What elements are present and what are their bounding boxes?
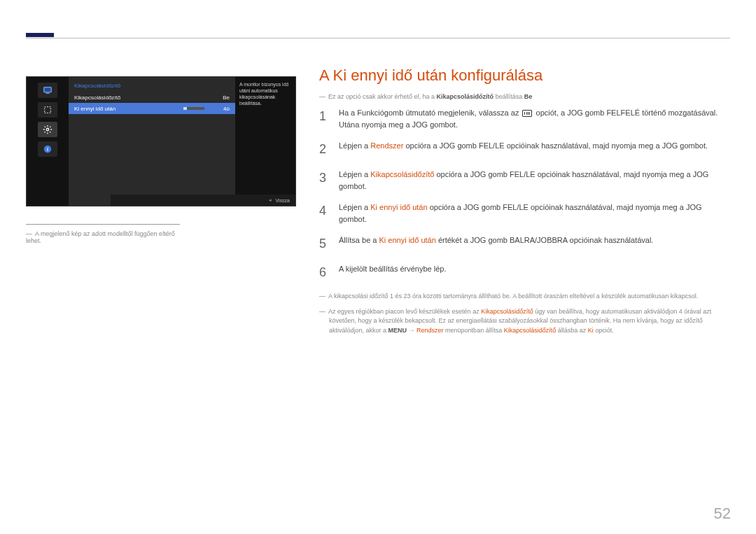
page-number: 52 (714, 505, 731, 523)
step-text: Állítsa be a Ki ennyi idő után értékét a… (339, 234, 653, 253)
step-text: Ha a Funkciógomb útmutató megjelenik, vá… (339, 107, 729, 130)
step-text: Lépjen a Ki ennyi idő után opcióra a JOG… (339, 202, 729, 225)
osd-frame-icon (38, 102, 57, 118)
osd-row-label: Kikapcsolásidőzítő (74, 94, 179, 101)
header-accent (26, 33, 54, 37)
page-title: A Ki ennyi idő után konfigurálása (319, 66, 729, 85)
step-number: 1 (319, 107, 329, 130)
osd-main: Kikapcsolásidőzítő Kikapcsolásidőzítő Be… (69, 77, 295, 206)
osd-footer: ◂ Vissza (111, 195, 295, 206)
step-number: 5 (319, 234, 329, 253)
header-rule (26, 38, 730, 46)
osd-sidebar: i (27, 77, 69, 206)
step-number: 4 (319, 202, 329, 225)
step: 2Lépjen a Rendszer opcióra a JOG gomb FE… (319, 140, 729, 159)
svg-rect-1 (45, 107, 51, 113)
step-text: Lépjen a Kikapcsolásidőzítő opcióra a JO… (339, 169, 729, 192)
content-area: A Ki ennyi idő után konfigurálása ―Ez az… (319, 66, 729, 341)
osd-arrow-left-icon: ◂ (269, 197, 272, 203)
osd-monitor-icon (38, 83, 57, 98)
availability-note: ―Ez az opció csak akkor érhető el, ha a … (319, 93, 729, 100)
footnote: ―A kikapcsolási időzítő 1 és 23 óra közö… (319, 292, 729, 302)
menu-icon (522, 110, 532, 117)
step-text: A kijelölt beállítás érvénybe lép. (339, 263, 446, 282)
osd-screenshot: i Kikapcsolásidőzítő Kikapcsolásidőzítő … (26, 76, 296, 206)
osd-back-label: Vissza (276, 198, 290, 203)
svg-text:i: i (47, 147, 48, 152)
footnote: ―Az egyes régiókban piacon levő készülék… (319, 307, 729, 336)
step-text: Lépjen a Rendszer opcióra a JOG gomb FEL… (339, 140, 708, 159)
steps-list: 1Ha a Funkciógomb útmutató megjelenik, v… (319, 107, 729, 282)
osd-row-value: Be (209, 94, 230, 101)
step: 3Lépjen a Kikapcsolásidőzítő opcióra a J… (319, 169, 729, 192)
step: 5Állítsa be a Ki ennyi idő után értékét … (319, 234, 729, 253)
osd-description: A monitor bizonyos idő utáni automatikus… (235, 77, 295, 206)
osd-slider (183, 107, 204, 110)
step: 4Lépjen a Ki ennyi idő után opcióra a JO… (319, 202, 729, 225)
osd-disclaimer: A megjelenő kép az adott modelltől függő… (26, 224, 180, 244)
svg-point-2 (46, 128, 49, 131)
step-number: 6 (319, 263, 329, 282)
osd-gear-icon (38, 122, 57, 137)
osd-row-label: Ki ennyi idő után (74, 106, 179, 112)
osd-row-value: 4ó (209, 106, 230, 112)
svg-rect-0 (44, 87, 52, 92)
step: 6A kijelölt beállítás érvénybe lép. (319, 263, 729, 282)
step-number: 2 (319, 140, 329, 159)
step-number: 3 (319, 169, 329, 192)
osd-info-icon: i (38, 141, 57, 157)
post-notes: ―A kikapcsolási időzítő 1 és 23 óra közö… (319, 292, 729, 335)
step: 1Ha a Funkciógomb útmutató megjelenik, v… (319, 107, 729, 130)
